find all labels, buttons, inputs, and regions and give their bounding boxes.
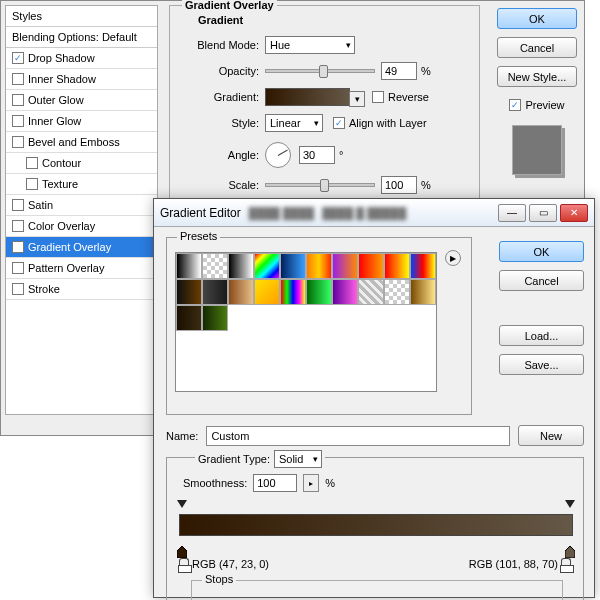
style-checkbox[interactable] [26,157,38,169]
ge-cancel-button[interactable]: Cancel [499,270,584,291]
preset-swatch[interactable] [254,279,280,305]
gradient-bar[interactable] [179,508,573,554]
style-checkbox[interactable] [12,52,24,64]
preset-swatch[interactable] [254,253,280,279]
angle-label: Angle: [170,149,265,161]
style-row-bevel-and-emboss[interactable]: Bevel and Emboss [6,132,157,153]
preset-swatch[interactable] [332,279,358,305]
svg-marker-0 [177,500,187,508]
ge-ok-button[interactable]: OK [499,241,584,262]
style-row-texture[interactable]: Texture [6,174,157,195]
preset-swatch[interactable] [410,279,436,305]
style-row-color-overlay[interactable]: Color Overlay [6,216,157,237]
style-row-pattern-overlay[interactable]: Pattern Overlay [6,258,157,279]
gradient-type-select[interactable]: Solid [274,450,322,468]
close-button[interactable]: ✕ [560,204,588,222]
color-stop-left[interactable] [177,546,187,558]
gradient-editor-titlebar[interactable]: Gradient Editor ████ ████ ████ █ █████ —… [154,199,594,227]
preset-swatch[interactable] [280,253,306,279]
style-row-stroke[interactable]: Stroke [6,279,157,300]
gradient-swatch[interactable] [265,88,350,106]
style-row-satin[interactable]: Satin [6,195,157,216]
reverse-checkbox[interactable] [372,91,384,103]
load-button[interactable]: Load... [499,325,584,346]
cancel-button[interactable]: Cancel [497,37,577,58]
presets-label: Presets [177,230,220,242]
presets-grid[interactable] [175,252,437,392]
blending-options-title[interactable]: Blending Options: Default [6,27,157,48]
minimize-button[interactable]: — [498,204,526,222]
opacity-stop-right[interactable] [565,500,575,510]
preset-swatch[interactable] [202,253,228,279]
style-checkbox[interactable] [12,262,24,274]
save-button[interactable]: Save... [499,354,584,375]
preset-swatch[interactable] [384,279,410,305]
name-input[interactable] [206,426,510,446]
style-row-label: Outer Glow [28,94,84,106]
style-row-label: Inner Glow [28,115,81,127]
style-checkbox[interactable] [12,241,24,253]
preset-swatch[interactable] [280,279,306,305]
align-checkbox[interactable] [333,117,345,129]
new-style-button[interactable]: New Style... [497,66,577,87]
style-row-contour[interactable]: Contour [6,153,157,174]
style-row-outer-glow[interactable]: Outer Glow [6,90,157,111]
smoothness-value[interactable]: 100 [253,474,297,492]
style-row-inner-glow[interactable]: Inner Glow [6,111,157,132]
opacity-slider[interactable] [265,69,375,73]
preset-swatch[interactable] [176,279,202,305]
preset-swatch[interactable] [228,279,254,305]
style-checkbox[interactable] [12,136,24,148]
preset-swatch[interactable] [358,279,384,305]
color-stop-right[interactable] [565,546,575,558]
smoothness-unit: % [325,477,335,489]
preset-swatch[interactable] [228,253,254,279]
scale-slider[interactable] [265,183,375,187]
angle-unit: ° [339,149,343,161]
style-checkbox[interactable] [26,178,38,190]
style-checkbox[interactable] [12,283,24,295]
angle-dial[interactable] [265,142,291,168]
group-title: Gradient Overlay [182,0,277,11]
preset-swatch[interactable] [202,279,228,305]
style-checkbox[interactable] [12,220,24,232]
smoothness-spinner[interactable]: ▸ [303,474,319,492]
preset-swatch[interactable] [176,305,202,331]
opacity-value[interactable]: 49 [381,62,417,80]
stops-group: Stops [191,580,563,600]
presets-menu-icon[interactable]: ▶ [445,250,461,266]
preset-swatch[interactable] [384,253,410,279]
style-row-label: Stroke [28,283,60,295]
preset-swatch[interactable] [306,279,332,305]
angle-value[interactable]: 30 [299,146,335,164]
style-select[interactable]: Linear [265,114,323,132]
preset-swatch[interactable] [358,253,384,279]
new-button[interactable]: New [518,425,584,446]
opacity-stop-left[interactable] [177,500,187,510]
rgb-right-label: RGB (101, 88, 70) [469,558,558,570]
style-row-inner-shadow[interactable]: Inner Shadow [6,69,157,90]
preset-swatch[interactable] [306,253,332,279]
style-checkbox[interactable] [12,115,24,127]
scale-value[interactable]: 100 [381,176,417,194]
opacity-unit: % [421,65,431,77]
blend-mode-select[interactable]: Hue [265,36,355,54]
style-row-drop-shadow[interactable]: Drop Shadow [6,48,157,69]
ok-button[interactable]: OK [497,8,577,29]
style-row-label: Pattern Overlay [28,262,104,274]
style-row-label: Bevel and Emboss [28,136,120,148]
preview-checkbox[interactable] [509,99,521,111]
preset-swatch[interactable] [176,253,202,279]
preset-swatch[interactable] [202,305,228,331]
style-checkbox[interactable] [12,199,24,211]
gradient-editor-dialog: Gradient Editor ████ ████ ████ █ █████ —… [153,198,595,598]
maximize-button[interactable]: ▭ [529,204,557,222]
style-checkbox[interactable] [12,94,24,106]
preset-swatch[interactable] [332,253,358,279]
style-row-gradient-overlay[interactable]: Gradient Overlay [6,237,157,258]
opacity-label: Opacity: [170,65,265,77]
style-row-label: Inner Shadow [28,73,96,85]
stops-label: Stops [202,573,236,585]
preset-swatch[interactable] [410,253,436,279]
style-checkbox[interactable] [12,73,24,85]
